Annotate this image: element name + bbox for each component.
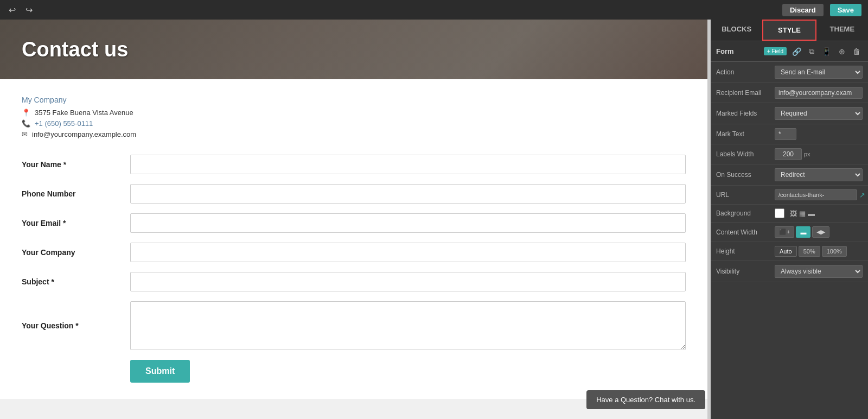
mark-text-input[interactable]: *: [775, 128, 796, 140]
save-button[interactable]: Save: [830, 4, 861, 16]
visibility-control: Always visible: [775, 265, 863, 278]
contact-content: My Company 📍 3575 Fake Buena Vista Avenu…: [0, 79, 707, 399]
label-subject: Subject *: [22, 277, 130, 286]
link-icon[interactable]: 🔗: [790, 46, 803, 57]
image-icon[interactable]: 🖼: [790, 210, 797, 218]
height-btn-auto[interactable]: Auto: [775, 246, 797, 257]
undo-icon[interactable]: ↩: [7, 3, 18, 17]
label-company: Your Company: [22, 248, 130, 257]
input-name[interactable]: [130, 155, 686, 174]
labels-width-row: Labels Width 200 px: [711, 144, 868, 164]
redo-icon[interactable]: ↪: [23, 3, 35, 17]
address-text: 3575 Fake Buena Vista Avenue: [35, 109, 133, 117]
url-row: URL /contactus-thank- ↗: [711, 186, 868, 205]
mark-text-control: *: [775, 128, 863, 140]
top-bar: ↩ ↪ Discard Save: [0, 0, 868, 20]
chat-bubble[interactable]: Have a Question? Chat with us.: [586, 390, 705, 409]
action-select[interactable]: Send an E-mail: [775, 66, 863, 79]
url-row-inner: /contactus-thank- ↗: [775, 189, 865, 200]
action-label: Action: [716, 68, 770, 76]
hero-title: Contact us: [0, 38, 128, 61]
right-panel: BLOCKS STYLE THEME Form + Field 🔗 ⧉ 📱 ⊕ …: [711, 20, 868, 419]
url-control: /contactus-thank- ↗: [775, 189, 865, 200]
delete-icon[interactable]: 🗑: [851, 46, 863, 57]
labels-width-input[interactable]: 200: [775, 148, 802, 160]
input-company[interactable]: [130, 243, 686, 262]
form-row-name: Your Name *: [22, 155, 686, 174]
email-icon: ✉: [22, 130, 28, 138]
color-swatch[interactable]: [775, 208, 784, 218]
labels-width-control: 200 px: [775, 148, 863, 160]
labels-width-label: Labels Width: [716, 150, 770, 158]
marked-fields-control: Required: [775, 107, 863, 120]
content-width-control: ⬛+ ▬ ◀▶: [775, 226, 863, 238]
location-icon: 📍: [22, 109, 30, 117]
tab-style[interactable]: STYLE: [762, 20, 816, 41]
submit-button[interactable]: Submit: [130, 360, 190, 383]
mark-text-row: Mark Text *: [711, 124, 868, 144]
main-layout: Contact us My Company 📍 3575 Fake Buena …: [0, 20, 868, 419]
action-row: Action Send an E-mail: [711, 62, 868, 83]
content-width-row: Content Width ⬛+ ▬ ◀▶: [711, 223, 868, 242]
background-label: Background: [716, 210, 770, 217]
tab-blocks[interactable]: BLOCKS: [711, 20, 762, 41]
on-success-control: Redirect: [775, 168, 863, 181]
background-control: 🖼 ▦ ▬: [775, 208, 863, 218]
action-control: Send an E-mail: [775, 66, 863, 79]
width-btn-wide[interactable]: ◀▶: [812, 226, 829, 238]
email-row: ✉ info@yourcompany.example.com: [22, 130, 686, 138]
panel-header: Form + Field 🔗 ⧉ 📱 ⊕ 🗑: [711, 41, 868, 62]
add-field-button[interactable]: + Field: [764, 47, 787, 55]
height-btn-100[interactable]: 100%: [822, 246, 847, 257]
input-phone[interactable]: [130, 184, 686, 204]
marked-fields-row: Marked Fields Required: [711, 103, 868, 124]
url-label: URL: [716, 191, 770, 199]
recipient-input[interactable]: info@yourcompany.exam: [775, 87, 863, 99]
gradient-icon[interactable]: ▦: [799, 210, 806, 218]
width-btn-narrow[interactable]: ⬛+: [775, 226, 794, 238]
input-subject[interactable]: [130, 272, 686, 291]
content-width-label: Content Width: [716, 228, 770, 236]
top-bar-left: ↩ ↪: [7, 3, 35, 17]
label-question: Your Question *: [22, 321, 130, 330]
company-info: My Company 📍 3575 Fake Buena Vista Avenu…: [22, 96, 686, 138]
company-name: My Company: [22, 96, 686, 104]
mobile-icon[interactable]: 📱: [820, 46, 833, 57]
visibility-row: Visibility Always visible: [711, 261, 868, 282]
form-row-email: Your Email *: [22, 213, 686, 233]
panel-form-label: Form: [716, 47, 761, 55]
hero-section: Contact us: [0, 20, 707, 79]
duplicate-icon[interactable]: ⊕: [837, 46, 847, 57]
email-text: info@yourcompany.example.com: [32, 130, 136, 138]
height-btn-50[interactable]: 50%: [799, 246, 820, 257]
external-link-icon[interactable]: ↗: [859, 191, 865, 199]
panel-tabs: BLOCKS STYLE THEME: [711, 20, 868, 41]
video-icon[interactable]: ▬: [808, 210, 815, 218]
phone-icon: 📞: [22, 119, 30, 128]
input-email[interactable]: [130, 213, 686, 233]
bg-icons: 🖼 ▦ ▬: [790, 210, 815, 218]
input-question[interactable]: [130, 301, 686, 350]
mark-text-label: Mark Text: [716, 130, 770, 138]
marked-fields-label: Marked Fields: [716, 110, 770, 117]
marked-fields-select[interactable]: Required: [775, 107, 863, 120]
phone-text[interactable]: +1 (650) 555-0111: [35, 119, 93, 128]
height-control: Auto 50% 100%: [775, 246, 863, 257]
discard-button[interactable]: Discard: [782, 4, 824, 16]
on-success-select[interactable]: Redirect: [775, 168, 863, 181]
form-row-phone: Phone Number: [22, 184, 686, 204]
width-btn-medium[interactable]: ▬: [796, 226, 810, 238]
visibility-select[interactable]: Always visible: [775, 265, 863, 278]
url-input[interactable]: /contactus-thank-: [775, 189, 857, 200]
form-row-question: Your Question *: [22, 301, 686, 350]
submit-row: Submit: [130, 360, 686, 383]
on-success-row: On Success Redirect: [711, 164, 868, 186]
address-row: 📍 3575 Fake Buena Vista Avenue: [22, 109, 686, 117]
canvas-area: Contact us My Company 📍 3575 Fake Buena …: [0, 20, 707, 419]
phone-row: 📞 +1 (650) 555-0111: [22, 119, 686, 128]
recipient-control: info@yourcompany.exam: [775, 87, 863, 99]
copy-icon[interactable]: ⧉: [807, 46, 816, 57]
tab-theme[interactable]: THEME: [816, 20, 868, 41]
form-row-subject: Subject *: [22, 272, 686, 291]
recipient-row: Recipient Email info@yourcompany.exam: [711, 83, 868, 103]
